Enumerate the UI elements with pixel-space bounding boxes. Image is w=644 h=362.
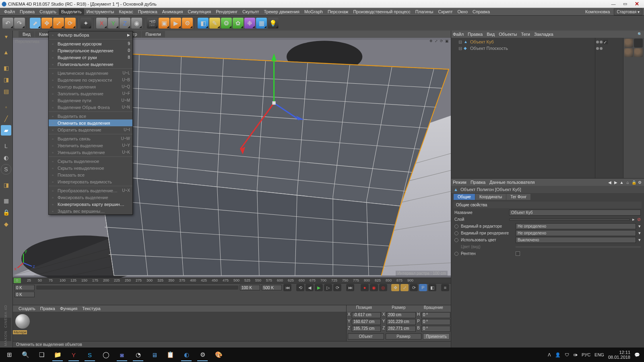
menuitem[interactable]: ▫Конвертировать карту вершин…	[49, 201, 132, 208]
goto-end[interactable]: ⏭	[346, 284, 354, 291]
attr-tab-1[interactable]: Координаты	[475, 194, 506, 200]
play[interactable]: ▶	[315, 284, 323, 291]
prev-icon[interactable]: ◀	[607, 180, 612, 185]
key-pos[interactable]: ✥	[391, 284, 399, 291]
next-key[interactable]: ⟳	[333, 284, 341, 291]
frame-start[interactable]: 0 K	[14, 285, 35, 290]
texture-mode[interactable]: ◨	[1, 74, 11, 85]
scale-tool[interactable]: ⤢	[53, 18, 64, 29]
material-preview[interactable]	[15, 314, 30, 329]
tray-notifications-icon[interactable]: 💬	[634, 352, 640, 358]
skype-icon[interactable]: S	[82, 348, 97, 361]
menuitem[interactable]: ▫Отменить все выделения	[49, 119, 132, 126]
soft-sel[interactable]: ◐	[1, 152, 11, 163]
locked-workplane[interactable]: ▦	[1, 195, 11, 206]
menuitem[interactable]: ▫Выделение курсором9	[49, 40, 132, 47]
taskview-icon[interactable]: ❏	[34, 348, 49, 361]
attr-tab-0[interactable]: Общие	[454, 194, 475, 200]
up-icon[interactable]: ▲	[619, 180, 624, 185]
viewtab-0[interactable]: Вид	[19, 31, 35, 37]
timeline-menu[interactable]: ≡	[441, 284, 449, 291]
menu-Файл[interactable]: Файл	[2, 8, 17, 15]
menuitem[interactable]: ▫Фильтр выбора▶	[49, 31, 132, 38]
menu-MoGraph[interactable]: MoGraph	[302, 8, 325, 15]
mat-menu-Создать[interactable]: Создать	[19, 306, 35, 311]
next-frame[interactable]: ▷	[324, 284, 332, 291]
add-generator[interactable]: ❂	[221, 18, 232, 29]
menu-Инструменты[interactable]: Инструменты	[84, 8, 117, 15]
xray-radio[interactable]	[454, 252, 458, 256]
range-slider[interactable]	[36, 286, 238, 290]
menuitem[interactable]: ▫Полигональное выделение	[49, 61, 132, 68]
minimize-button[interactable]: —	[608, 0, 619, 8]
gear-icon[interactable]: ⚙	[637, 180, 642, 185]
menu-Скульпт[interactable]: Скульпт	[240, 8, 261, 15]
menu-Создать[interactable]: Создать	[37, 8, 59, 15]
keyframe-sel[interactable]: ◎	[379, 284, 387, 291]
coord-size-dd[interactable]: Размер	[386, 333, 422, 339]
om-search-icon[interactable]: 🔍	[637, 32, 642, 37]
menu-Каркас[interactable]: Каркас	[116, 8, 135, 15]
move-tool[interactable]: ✥	[41, 18, 52, 29]
lock-icon[interactable]: 🔒	[631, 180, 636, 185]
swatch-1[interactable]	[624, 39, 633, 47]
tray-clock[interactable]: 12:1108.01.2018	[608, 350, 630, 360]
axis-y-lock[interactable]: Y	[108, 18, 119, 29]
viewport-nav-icons[interactable]: ✥ ⤢ ⟳ ▣	[429, 39, 449, 43]
model-mode[interactable]: ◧	[1, 63, 11, 73]
swatch-2[interactable]	[634, 39, 643, 47]
prev-frame[interactable]: ◀	[305, 284, 314, 291]
om-menu-Объекты[interactable]: Объекты	[499, 32, 517, 37]
record[interactable]: ●	[361, 284, 369, 291]
render-settings[interactable]: ⚙	[182, 18, 193, 29]
attr-menu-Правка[interactable]: Правка	[471, 180, 485, 185]
vis-ed-radio[interactable]	[454, 224, 458, 228]
poly-mode[interactable]: ▰	[1, 125, 11, 136]
vis-ed-dd[interactable]: Не определено	[516, 223, 636, 229]
tray-people-icon[interactable]: 👤	[555, 352, 561, 358]
add-light[interactable]: 💡	[268, 18, 279, 29]
menu-Симуляция[interactable]: Симуляция	[185, 8, 213, 15]
interactive-workplane[interactable]: ◆	[1, 219, 11, 229]
time-ruler[interactable]: 0255075100125150175200225250275300325350…	[13, 278, 451, 284]
tray-lang-1[interactable]: РУС	[582, 352, 590, 357]
tray-lang-2[interactable]: ENG	[594, 352, 604, 357]
usecolor-radio[interactable]	[454, 238, 458, 242]
vis-rn-dd[interactable]: Не определено	[516, 230, 636, 236]
attr-menu-Режим[interactable]: Режим	[453, 180, 466, 185]
layer-clear-icon[interactable]: ⊘	[637, 217, 641, 222]
settings-icon[interactable]: ⚙	[195, 348, 210, 361]
menu-Плагины[interactable]: Плагины	[413, 8, 436, 15]
select-tool[interactable]: ⬈	[30, 18, 41, 29]
point-mode[interactable]: ◦	[1, 102, 11, 112]
key-param[interactable]: P	[419, 284, 427, 291]
explorer-icon[interactable]: 📁	[50, 348, 65, 361]
swatch-4[interactable]	[634, 48, 643, 57]
menu-Производственный процесс[interactable]: Производственный процесс	[351, 8, 413, 15]
recent-tool[interactable]: ✦	[80, 18, 91, 29]
menu-Окно[interactable]: Окно	[455, 8, 470, 15]
menu-Анимация[interactable]: Анимация	[160, 8, 186, 15]
autokey[interactable]: ◉	[370, 284, 378, 291]
om-menu-Файл[interactable]: Файл	[453, 32, 464, 37]
snap-mode[interactable]: S	[1, 164, 11, 175]
prop-name-field[interactable]: Объект Куб	[509, 210, 641, 216]
steam-icon[interactable]: ◔	[130, 348, 146, 361]
add-cube[interactable]: ◧	[198, 18, 208, 29]
orbit-icon[interactable]: ⟳	[439, 39, 444, 43]
c4d-taskbar-icon[interactable]: ◐	[179, 348, 194, 361]
attr-tab-2[interactable]: Тег Фонг	[506, 194, 530, 200]
frame-len[interactable]: 100 K	[240, 285, 260, 290]
maximize-button[interactable]: ▭	[619, 0, 631, 8]
render-region[interactable]: ▣	[159, 18, 169, 29]
menuitem[interactable]: ▫Выделение от руки8	[49, 54, 132, 61]
paint-icon[interactable]: 🎨	[211, 348, 226, 361]
menu-Привязка[interactable]: Привязка	[136, 8, 160, 15]
add-deformer[interactable]: ✿	[233, 18, 244, 29]
zoom-icon[interactable]: ⤢	[434, 39, 439, 43]
planar-workplane[interactable]: 🔒	[1, 207, 11, 218]
render-pv[interactable]: ▶	[170, 18, 181, 29]
vis-rn-radio[interactable]	[454, 231, 458, 235]
yandex-icon[interactable]: Y	[66, 348, 81, 361]
usecolor-dd[interactable]: Выключено	[516, 237, 636, 243]
